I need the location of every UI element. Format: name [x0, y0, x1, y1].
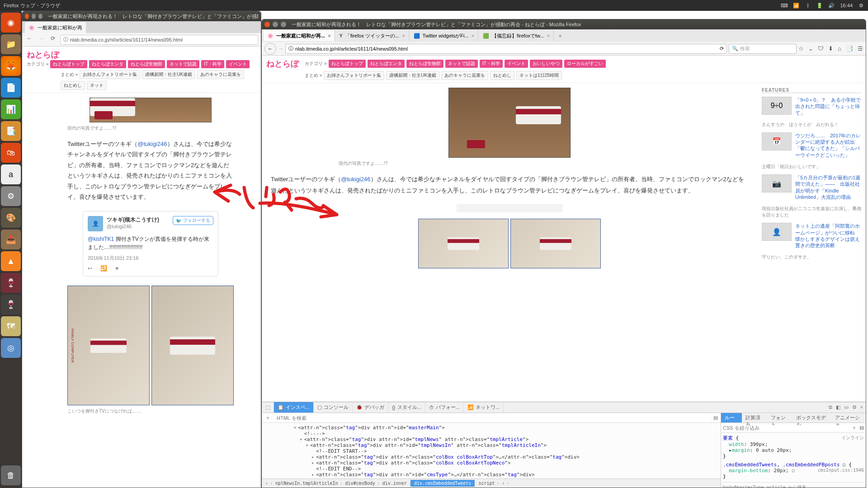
- feature-item[interactable]: 9÷0 「9÷0＝0」？ ある小学校で出された問題に「ちょっと待て」: [762, 97, 861, 116]
- devtools-tab-perf[interactable]: ⏱ パフォー...: [425, 402, 464, 413]
- search-bar[interactable]: 🔍 検索: [729, 44, 797, 54]
- downloads-icon[interactable]: ⬇: [828, 45, 833, 52]
- follow-button[interactable]: 🐦フォローする: [173, 216, 213, 225]
- reload-icon[interactable]: ⟳: [720, 46, 724, 52]
- amazon-icon[interactable]: a: [1, 164, 21, 184]
- toggle-icon[interactable]: ▤: [859, 425, 864, 431]
- css-tab-fonts[interactable]: フォント: [767, 413, 793, 422]
- inspector-pick-icon[interactable]: ⬚: [262, 403, 274, 412]
- site-logo[interactable]: ねとらぼ: [266, 58, 299, 69]
- nav-cat[interactable]: イベント: [505, 60, 528, 68]
- trash-icon[interactable]: 🗑: [1, 465, 21, 485]
- back-button[interactable]: ←: [25, 35, 34, 44]
- dom-tree[interactable]: ▾<attr-n">class="tag">div attr-n">id="ma…: [262, 423, 721, 479]
- close-tab-icon[interactable]: ×: [472, 33, 474, 38]
- devtools-tab-inspector[interactable]: 📋 インスペ...: [274, 402, 314, 413]
- gallery-image[interactable]: [510, 219, 601, 268]
- breadcrumb-item[interactable]: div#cmsBody: [342, 480, 379, 487]
- keyboard-icon[interactable]: ⌨: [781, 2, 788, 9]
- close-button[interactable]: [25, 14, 29, 19]
- like-icon[interactable]: ♥: [115, 265, 118, 272]
- forward-button[interactable]: →: [278, 46, 283, 52]
- maximize-button[interactable]: [281, 22, 286, 27]
- breadcrumb-item[interactable]: div.inner: [379, 480, 410, 487]
- minimize-button[interactable]: [32, 14, 36, 19]
- retweet-icon[interactable]: 🔁: [100, 265, 107, 272]
- close-tab-icon[interactable]: ×: [328, 33, 330, 38]
- nav-cat[interactable]: ネットは1日25時間: [516, 71, 562, 80]
- breadcrumb-item[interactable]: ›: [499, 480, 509, 487]
- address-bar[interactable]: ⓘ nlab.itmedia.co.jp/nl/articles/1611/14…: [285, 44, 727, 54]
- toggle-panel-icon[interactable]: ▤: [711, 415, 721, 421]
- breadcrumb-item[interactable]: div.cmsEmbeddedTweets: [410, 480, 475, 487]
- firefox-icon[interactable]: 🦊: [1, 56, 21, 76]
- menu-icon[interactable]: ☰: [858, 45, 863, 52]
- devtools-tab-debugger[interactable]: 🐞 デバッガ: [353, 402, 388, 413]
- gallery-image[interactable]: [151, 286, 234, 405]
- maximize-button[interactable]: [38, 14, 42, 19]
- clock[interactable]: 16:44: [840, 3, 853, 8]
- css-tab-box[interactable]: ボックスモデル: [793, 413, 831, 422]
- feature-link[interactable]: 「9÷0＝0」？ ある小学校で出された問題に「ちょっと待て」: [795, 97, 861, 116]
- vlc-icon[interactable]: ▲: [1, 251, 21, 271]
- back-button[interactable]: ←: [264, 43, 276, 55]
- twitter-link[interactable]: @tukigi246: [341, 176, 370, 183]
- browser-tab[interactable]: 🟦Twitter widgetsがFi...×: [410, 30, 479, 41]
- css-tab-rules[interactable]: ルール: [721, 413, 742, 422]
- feature-link[interactable]: ウソだろ…… 2017年のカレンダーに絶望する人が続出 「鬱になってきた」「シル…: [795, 132, 861, 158]
- nav-cat[interactable]: ネットで話題: [167, 60, 199, 68]
- dom-search-input[interactable]: [274, 414, 711, 422]
- nav-cat[interactable]: ねとめし: [490, 71, 514, 80]
- nav-cat[interactable]: 虚構新聞・社主UK連載: [142, 70, 195, 79]
- dock-icon[interactable]: ▭: [844, 404, 849, 410]
- bookmark-star-icon[interactable]: ☆: [798, 45, 804, 52]
- gallery-image[interactable]: FAMILY COMPUTER: [67, 286, 150, 405]
- avatar[interactable]: 👤: [88, 216, 103, 231]
- feature-link[interactable]: 「5カ月分の予算が最初の1週間で消えた」―― 出版社社員が明かす「Kindle …: [795, 174, 861, 200]
- nav-cat[interactable]: ねとめし: [61, 81, 85, 90]
- reply-icon[interactable]: ↩: [88, 265, 92, 272]
- chromium-icon[interactable]: ◎: [1, 338, 21, 358]
- site-logo[interactable]: ねとらぼ: [27, 49, 59, 60]
- css-tab-anim[interactable]: アニメーショ: [831, 413, 866, 422]
- minimize-button[interactable]: [273, 22, 278, 27]
- close-tab-icon[interactable]: ×: [547, 33, 550, 38]
- mention-link[interactable]: @kishiTK1: [88, 236, 114, 242]
- nav-cat[interactable]: 虚構新聞・社主UK連載: [386, 71, 439, 80]
- twitter-link[interactable]: @tukigi246: [137, 141, 167, 147]
- browser-tab[interactable]: 🌸 一般家庭に昭和が再: [25, 22, 86, 33]
- nav-cat[interactable]: あのキャラに花束を: [197, 70, 244, 79]
- ublock-icon[interactable]: 🛡: [818, 45, 824, 52]
- nav-cat[interactable]: あのキャラに花束を: [441, 71, 488, 80]
- settings-icon[interactable]: ⚙: [1, 186, 21, 206]
- wine-icon[interactable]: 🍷: [1, 273, 21, 293]
- nav-cat[interactable]: お姉さんフォトリポート集: [324, 71, 384, 80]
- split-icon[interactable]: ◧: [836, 404, 840, 410]
- nav-cat[interactable]: ねとらぼエンタ: [89, 60, 126, 68]
- feature-item[interactable]: 📷 「5カ月分の予算が最初の1週間で消えた」―― 出版社社員が明かす「Kindl…: [762, 174, 861, 200]
- article-image[interactable]: [90, 98, 212, 122]
- software-center-icon[interactable]: 🛍: [1, 143, 21, 163]
- tweet-handle[interactable]: @tukigi246: [107, 224, 159, 229]
- nav-cat[interactable]: おいしいやつ: [530, 60, 562, 68]
- nav-cat[interactable]: ローカルがすごい: [564, 60, 606, 68]
- feature-item[interactable]: 👤 ネット上の遺産「阿部寛のホームページ」がついに移転 懐かしすぎるデザインは据…: [762, 223, 861, 249]
- app-icon[interactable]: 🍷: [1, 295, 21, 314]
- nav-cat[interactable]: お姉さんフォトリポート集: [80, 70, 140, 79]
- reload-button[interactable]: ⟳: [48, 35, 57, 44]
- devtools-tab-network[interactable]: 📶 ネットワ...: [464, 402, 504, 413]
- nav-cat[interactable]: IT・科学: [201, 60, 224, 68]
- close-devtools-icon[interactable]: ×: [860, 404, 863, 410]
- gimp-icon[interactable]: 🎨: [1, 208, 21, 228]
- maps-icon[interactable]: 🗺: [1, 316, 21, 336]
- sound-icon[interactable]: 🔊: [828, 2, 835, 9]
- nav-cat[interactable]: ねとらぼトップ: [50, 60, 87, 68]
- battery-icon[interactable]: 🔋: [816, 2, 823, 9]
- impress-icon[interactable]: 📑: [1, 121, 21, 141]
- breadcrumb-item[interactable]: ‹: [262, 480, 272, 487]
- nav-cat[interactable]: ネット: [87, 81, 107, 90]
- browser-tab[interactable]: 🌸一般家庭に昭和が再...×: [264, 30, 335, 41]
- home-icon[interactable]: ⌂: [838, 45, 841, 52]
- new-tab-button[interactable]: ＋: [555, 32, 566, 40]
- nav-cat[interactable]: ねとらぼエンタ: [368, 60, 405, 68]
